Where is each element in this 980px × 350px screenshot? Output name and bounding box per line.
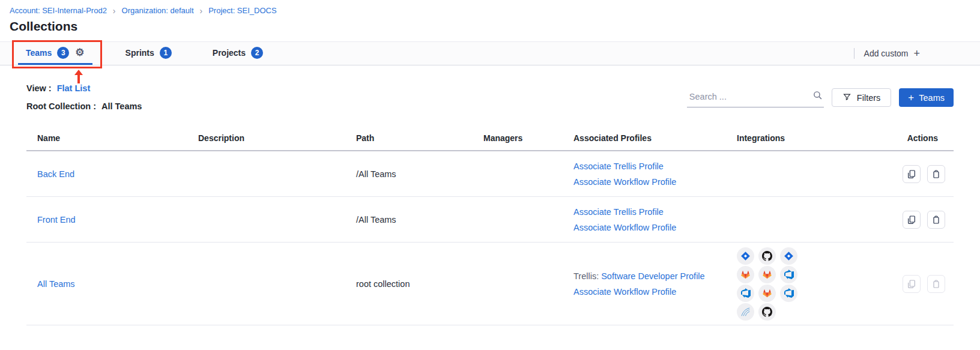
jira-icon: [780, 247, 797, 265]
page-title: Collections: [10, 19, 980, 34]
add-teams-button[interactable]: + Teams: [899, 88, 954, 107]
plus-icon: +: [908, 92, 914, 103]
software-developer-profile-link[interactable]: Software Developer Profile: [601, 271, 704, 281]
table-row: Back End /All Teams Associate Trellis Pr…: [26, 151, 954, 197]
toolbar: View :Flat List Root Collection :All Tea…: [26, 83, 954, 111]
delete-collection-button-disabled: [927, 275, 945, 293]
gitlab-icon: [737, 266, 754, 283]
tab-sprints-label: Sprints: [126, 48, 154, 58]
gitlab-icon: [758, 285, 776, 302]
sonarqube-icon: [737, 303, 754, 321]
tab-teams-label: Teams: [26, 48, 52, 58]
jira-icon: [737, 247, 754, 265]
breadcrumb-organization-link[interactable]: Organization: default: [122, 6, 194, 15]
table-row: Front End /All Teams Associate Trellis P…: [26, 197, 954, 243]
path-cell: /All Teams: [356, 169, 483, 179]
column-header-associated-profiles: Associated Profiles: [573, 133, 737, 143]
trellis-prefix-label: Trellis:: [573, 271, 601, 281]
column-header-actions: Actions: [853, 133, 954, 143]
integrations-cell: [737, 247, 853, 321]
add-teams-button-label: Teams: [919, 93, 945, 103]
root-collection-value: All Teams: [101, 101, 142, 111]
add-custom-button[interactable]: Add custom +: [864, 48, 920, 59]
path-cell: root collection: [356, 279, 483, 289]
tab-projects-count-badge: 2: [251, 47, 263, 59]
associate-trellis-profile-link[interactable]: Associate Trellis Profile: [573, 207, 664, 217]
table-row: All Teams root collection Trellis: Softw…: [26, 243, 954, 325]
view-label: View :: [26, 83, 52, 93]
search-icon: [812, 90, 823, 103]
search-input[interactable]: [688, 91, 812, 102]
associate-trellis-profile-link[interactable]: Associate Trellis Profile: [573, 161, 664, 171]
collection-link-front-end[interactable]: Front End: [37, 215, 76, 225]
azure-devops-icon: [780, 285, 797, 302]
integrations-grid: [737, 247, 797, 321]
filter-funnel-icon: [842, 92, 851, 103]
breadcrumb-separator-icon: ›: [113, 7, 116, 15]
search-box: [687, 88, 824, 107]
collection-link-back-end[interactable]: Back End: [37, 169, 74, 179]
breadcrumb: Account: SEI-Internal-Prod2 › Organizati…: [0, 0, 980, 15]
tab-teams[interactable]: Teams 3 ⚙: [18, 42, 92, 65]
github-icon: [758, 247, 776, 265]
vertical-divider: [854, 48, 854, 59]
breadcrumb-separator-icon: ›: [200, 7, 203, 15]
gitlab-icon: [758, 266, 776, 283]
collection-link-all-teams[interactable]: All Teams: [37, 279, 75, 289]
breadcrumb-account-link[interactable]: Account: SEI-Internal-Prod2: [10, 6, 107, 15]
view-line: View :Flat List: [26, 83, 142, 93]
copy-collection-button[interactable]: [903, 211, 921, 229]
associate-workflow-profile-link[interactable]: Associate Workflow Profile: [573, 223, 676, 232]
annotation-arrow-icon: [74, 70, 83, 83]
tab-bar-wrap: Teams 3 ⚙ Sprints 1 Projects 2 Add custo…: [0, 41, 980, 65]
delete-collection-button[interactable]: [927, 165, 945, 183]
plus-icon: +: [913, 48, 920, 59]
root-collection-label: Root Collection :: [26, 101, 96, 111]
tab-bar-spacer: [271, 42, 853, 65]
associate-workflow-profile-link[interactable]: Associate Workflow Profile: [573, 287, 676, 297]
table-header-row: Name Description Path Managers Associate…: [26, 127, 954, 151]
path-cell: /All Teams: [356, 215, 483, 225]
add-custom-label: Add custom: [864, 49, 909, 58]
tab-projects[interactable]: Projects 2: [205, 42, 271, 65]
column-header-path: Path: [356, 133, 483, 143]
github-icon: [758, 303, 776, 321]
view-flat-list-link[interactable]: Flat List: [57, 83, 91, 93]
column-header-name: Name: [26, 133, 198, 143]
column-header-managers: Managers: [483, 133, 573, 143]
filters-button[interactable]: Filters: [832, 88, 891, 107]
column-header-description: Description: [198, 133, 356, 143]
copy-collection-button[interactable]: [903, 165, 921, 183]
tab-projects-label: Projects: [213, 48, 246, 58]
tab-sprints[interactable]: Sprints 1: [118, 42, 180, 65]
root-collection-line: Root Collection :All Teams: [26, 101, 142, 111]
azure-devops-icon: [737, 285, 754, 302]
copy-collection-button-disabled: [903, 275, 921, 293]
delete-collection-button[interactable]: [927, 211, 945, 229]
tab-sprints-count-badge: 1: [160, 47, 172, 59]
gear-icon[interactable]: ⚙: [75, 47, 84, 58]
associate-workflow-profile-link[interactable]: Associate Workflow Profile: [573, 177, 676, 187]
column-header-integrations: Integrations: [737, 133, 853, 143]
filters-button-label: Filters: [857, 93, 880, 103]
collections-table: Name Description Path Managers Associate…: [26, 127, 954, 325]
tab-bar: Teams 3 ⚙ Sprints 1 Projects 2 Add custo…: [0, 41, 980, 65]
tab-teams-count-badge: 3: [57, 47, 69, 59]
breadcrumb-project-link[interactable]: Project: SEI_DOCS: [208, 6, 276, 15]
azure-devops-icon: [780, 266, 797, 283]
